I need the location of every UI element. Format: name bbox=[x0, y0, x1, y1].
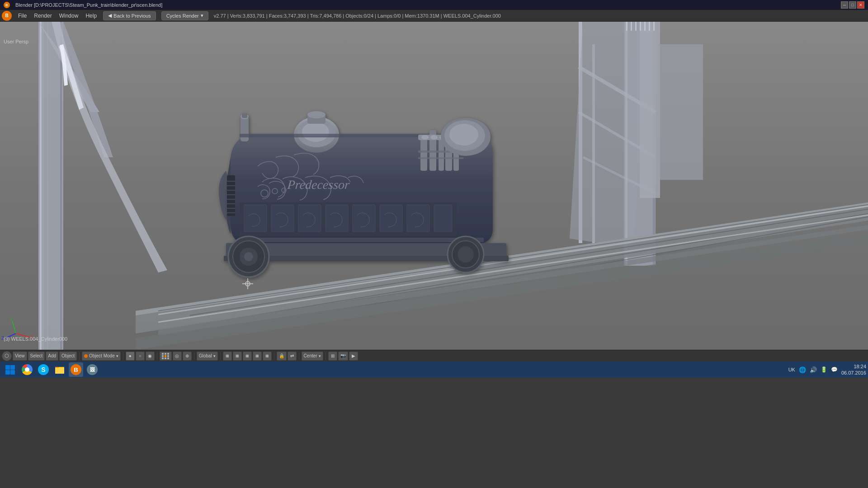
svg-rect-2 bbox=[40, 22, 42, 350]
layer-3-button[interactable]: ▦ bbox=[243, 352, 252, 361]
view-menu-button[interactable]: View bbox=[13, 352, 27, 361]
notification-icon[interactable]: 💬 bbox=[831, 366, 838, 373]
system-clock[interactable]: 18:24 06.07.2016 bbox=[841, 363, 866, 376]
svg-rect-23 bbox=[653, 22, 655, 31]
taskbar-blender[interactable]: B bbox=[69, 362, 83, 377]
mode-selector[interactable]: Object Mode bbox=[82, 352, 121, 361]
windows-start-button[interactable] bbox=[2, 361, 18, 378]
taskbar-skype[interactable]: S bbox=[36, 362, 51, 377]
snap-grid-button[interactable] bbox=[160, 352, 172, 361]
viewport-type-button[interactable]: ⬡ bbox=[2, 351, 12, 361]
svg-rect-104 bbox=[55, 368, 64, 374]
close-button[interactable]: ✕ bbox=[857, 1, 864, 9]
transform-orientation[interactable]: Global bbox=[197, 352, 218, 361]
blender-taskbar-icon: B bbox=[71, 364, 81, 375]
render-engine-selector[interactable]: Cycles Render ▾ bbox=[161, 11, 208, 20]
snap-button[interactable]: ⊕ bbox=[183, 352, 192, 361]
object-menu-button[interactable]: Object bbox=[59, 352, 77, 361]
network-icon: 🌐 bbox=[799, 366, 806, 373]
locomotive: Predecessor bbox=[219, 111, 509, 277]
taskbar-right: UK 🌐 🔊 🔋 💬 18:24 06.07.2016 bbox=[788, 363, 866, 376]
render-engine-chevron: ▾ bbox=[201, 13, 203, 19]
separator-2 bbox=[123, 352, 123, 360]
taskbar-left: S B 🖼 bbox=[2, 361, 99, 378]
pivot-label: Center bbox=[304, 353, 317, 358]
window-menu[interactable]: Window bbox=[56, 11, 82, 21]
svg-point-88 bbox=[458, 246, 474, 263]
add-menu-button[interactable]: Add bbox=[46, 352, 58, 361]
minimize-button[interactable]: ─ bbox=[841, 1, 848, 9]
separator-8 bbox=[326, 352, 326, 360]
mirror-button[interactable]: ⇄ bbox=[288, 352, 297, 361]
mode-label: Object Mode bbox=[89, 353, 115, 358]
layer-2-button[interactable]: ▦ bbox=[233, 352, 242, 361]
wireframe-icon: ○ bbox=[139, 353, 142, 358]
layer-5-button[interactable]: ▦ bbox=[263, 352, 272, 361]
pivot-selector[interactable]: Center bbox=[302, 352, 323, 361]
wireframe-button[interactable]: ○ bbox=[136, 352, 145, 361]
render-button[interactable]: ▶ bbox=[349, 352, 358, 361]
help-menu[interactable]: Help bbox=[82, 11, 100, 21]
blender-logo: B bbox=[4, 2, 10, 8]
rendered-button[interactable]: ◉ bbox=[146, 352, 155, 361]
render-engine-label: Cycles Render bbox=[166, 13, 199, 19]
svg-point-64 bbox=[430, 135, 438, 140]
clock-time: 18:24 bbox=[854, 363, 866, 370]
layer-icon: ▦ bbox=[226, 354, 229, 358]
view-settings-button[interactable]: ⊞ bbox=[328, 352, 337, 361]
svg-rect-20 bbox=[640, 22, 641, 31]
explorer-icon bbox=[54, 364, 65, 375]
back-to-previous-button[interactable]: ◀ Back to Previous bbox=[103, 11, 156, 20]
svg-point-41 bbox=[302, 122, 329, 142]
snap-icon: ⊕ bbox=[185, 353, 189, 358]
battery-icon: 🔋 bbox=[821, 366, 827, 373]
mirror-icon: ⇄ bbox=[290, 353, 294, 358]
svg-rect-61 bbox=[418, 157, 463, 159]
svg-rect-98 bbox=[5, 365, 10, 370]
windows-logo-icon bbox=[5, 364, 15, 375]
3d-viewport[interactable]: Predecessor bbox=[0, 22, 868, 350]
svg-text:Z: Z bbox=[1, 336, 4, 341]
maximize-button[interactable]: □ bbox=[849, 1, 856, 9]
svg-rect-101 bbox=[10, 370, 15, 375]
separator-7 bbox=[299, 352, 299, 360]
view-settings-icon: ⊞ bbox=[331, 353, 335, 358]
svg-rect-14 bbox=[640, 22, 660, 198]
solid-shading-button[interactable]: ● bbox=[126, 352, 135, 361]
taskbar-chrome[interactable] bbox=[20, 362, 34, 377]
window-controls[interactable]: ─ □ ✕ bbox=[841, 1, 864, 9]
sound-icon: 🔊 bbox=[810, 366, 817, 373]
taskbar-image-viewer[interactable]: 🖼 bbox=[85, 362, 99, 377]
window-title: Blender [D:\PROJECTS\Steam_Punk_train\bl… bbox=[15, 2, 162, 8]
system-tray: UK 🌐 🔊 🔋 💬 18:24 06.07.2016 bbox=[788, 363, 866, 376]
proportional-edit-button[interactable]: ◎ bbox=[173, 352, 182, 361]
render-menu[interactable]: Render bbox=[30, 11, 55, 21]
svg-rect-15 bbox=[658, 44, 703, 180]
camera-button[interactable]: 📷 bbox=[338, 352, 348, 361]
layer-button[interactable]: ▦ bbox=[223, 352, 232, 361]
file-menu[interactable]: File bbox=[14, 11, 30, 21]
svg-rect-1 bbox=[38, 22, 63, 350]
svg-rect-76 bbox=[353, 205, 375, 232]
chrome-icon bbox=[22, 364, 33, 375]
title-bar: B Blender [D:\PROJECTS\Steam_Punk_train\… bbox=[0, 0, 868, 10]
lock-button[interactable]: 🔒 bbox=[277, 352, 287, 361]
snap-dots-icon bbox=[162, 353, 170, 359]
svg-rect-100 bbox=[5, 370, 10, 375]
svg-rect-79 bbox=[434, 205, 452, 232]
layer-5-icon: ▦ bbox=[265, 354, 269, 358]
back-to-previous-label: Back to Previous bbox=[113, 13, 151, 19]
svg-rect-54 bbox=[240, 238, 484, 242]
svg-rect-74 bbox=[298, 205, 321, 232]
3d-scene: Predecessor bbox=[0, 22, 868, 350]
layer-4-button[interactable]: ▦ bbox=[253, 352, 262, 361]
select-menu-button[interactable]: Select bbox=[28, 352, 45, 361]
skype-icon: S bbox=[38, 364, 49, 375]
bottom-toolbar: ⬡ View Select Add Object Object Mode ● ○… bbox=[0, 350, 868, 361]
clock-date: 06.07.2016 bbox=[841, 370, 866, 376]
taskbar-explorer[interactable] bbox=[52, 362, 67, 377]
svg-rect-21 bbox=[644, 22, 646, 31]
svg-rect-75 bbox=[326, 205, 348, 232]
separator-3 bbox=[157, 352, 157, 360]
svg-text:Y: Y bbox=[9, 317, 13, 322]
